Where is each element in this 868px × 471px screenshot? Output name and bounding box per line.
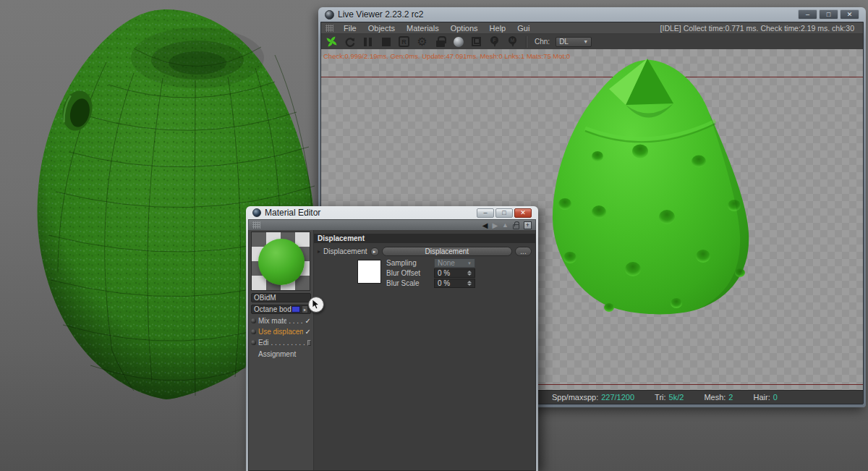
shader-type-field[interactable]: Octane bod ▸	[251, 305, 311, 314]
menu-objects[interactable]: Objects	[362, 24, 401, 33]
material-channel-panel: OBidM Octane bod ▸ Mix materials . . . .…	[249, 230, 314, 470]
close-button[interactable]: ✕	[514, 208, 532, 218]
material-editor-title: Material Editor	[265, 208, 320, 218]
chevron-down-icon: ▼	[583, 39, 588, 44]
channel-bullet-icon	[251, 340, 256, 345]
spp-label: Spp/maxspp:	[552, 393, 598, 402]
idle-status-text: [IDLE] Collect time:0.771 ms. Check time…	[660, 24, 859, 33]
menu-help[interactable]: Help	[484, 24, 512, 33]
channel-editor[interactable]: Editor . . . . . . . . .	[251, 339, 311, 347]
menu-file[interactable]: File	[338, 24, 362, 33]
close-button[interactable]: ✕	[840, 9, 859, 20]
channel-assignment[interactable]: Assignment	[258, 350, 311, 358]
more-options-button[interactable]: ...	[515, 247, 532, 256]
render-region-r-icon[interactable]: R	[398, 35, 410, 48]
sampling-dropdown[interactable]: None ▼	[434, 258, 475, 268]
channel-bullet-icon	[251, 318, 256, 323]
stepper-icon[interactable]	[467, 271, 472, 276]
channel-label: Chn:	[535, 38, 550, 46]
checkmark-icon[interactable]: ✓	[305, 328, 311, 336]
hair-value: 0	[773, 393, 778, 402]
blur-offset-label: Blur Offset	[386, 269, 434, 277]
nav-forward-icon[interactable]: ▶	[492, 221, 498, 229]
add-icon[interactable]: +	[524, 221, 532, 229]
mesh-label: Mesh:	[704, 393, 726, 402]
live-viewer-titlebar[interactable]: Live Viewer 2.23.2 rc2 – □ ✕	[320, 7, 864, 22]
stop-render-icon[interactable]	[380, 35, 392, 48]
material-name-field[interactable]: OBidM	[251, 293, 311, 302]
channel-use-displacement[interactable]: Use displacement ✓	[251, 328, 311, 336]
mouse-cursor	[308, 297, 324, 313]
maximize-button[interactable]: □	[819, 9, 838, 20]
blur-scale-input[interactable]: 0 %	[434, 279, 475, 288]
settings-gear-icon[interactable]: ⚙	[416, 35, 428, 48]
displacement-panel: Displacement ▸ Displacement ▸ Displaceme…	[314, 230, 535, 470]
blur-offset-input[interactable]: 0 %	[434, 268, 475, 278]
toolbar-separator	[526, 36, 527, 48]
material-preview[interactable]	[251, 232, 310, 291]
octane-render-icon[interactable]	[326, 35, 338, 48]
shader-color-swatch[interactable]	[292, 306, 300, 313]
spp-value: 227/1200	[601, 393, 634, 402]
menu-gui[interactable]: Gui	[511, 24, 535, 33]
texture-swatch[interactable]	[357, 260, 381, 284]
checkmark-icon[interactable]: ✓	[305, 317, 311, 325]
pick-material-icon[interactable]: M	[506, 35, 519, 48]
displacement-header: Displacement	[314, 234, 535, 243]
mesh-value: 2	[728, 393, 733, 402]
live-viewer-title: Live Viewer 2.23.2 rc2	[338, 9, 424, 20]
checkbox-empty-icon[interactable]	[307, 340, 311, 346]
pause-render-icon[interactable]	[362, 35, 374, 48]
shader-link-icon[interactable]: ▸	[370, 247, 379, 256]
minimize-button[interactable]: –	[798, 9, 817, 20]
stepper-icon[interactable]	[467, 281, 472, 286]
maximize-button[interactable]: □	[495, 208, 513, 218]
chevron-down-icon: ▼	[467, 261, 472, 266]
tri-value: 5k/2	[669, 393, 684, 402]
channel-mix-materials[interactable]: Mix materials . . . . ✓	[251, 317, 311, 325]
material-editor-window: Material Editor – □ ✕ ◀ ▶ ▲ + OBidM Octa…	[246, 206, 538, 471]
displacement-node-button[interactable]: Displacement	[382, 247, 512, 256]
hair-label: Hair:	[753, 393, 770, 402]
menu-options[interactable]: Options	[445, 24, 484, 33]
blur-scale-label: Blur Scale	[386, 279, 434, 287]
channel-dropdown[interactable]: DL ▼	[556, 37, 592, 47]
material-editor-toolbar: ◀ ▶ ▲ +	[248, 219, 536, 230]
render-stats-overlay: Check:0.999/2.19ms. Gen:0ms. Update:47.0…	[323, 52, 570, 60]
rendered-object	[540, 56, 762, 321]
menubar-grip-icon[interactable]	[326, 25, 333, 32]
picture-viewer-icon[interactable]	[470, 35, 482, 48]
material-ball-icon[interactable]	[452, 35, 464, 48]
displacement-row-label: Displacement	[323, 247, 367, 255]
channel-bullet-icon	[251, 329, 256, 334]
nav-up-icon[interactable]: ▲	[502, 221, 509, 229]
collapse-triangle-icon[interactable]: ▸	[318, 248, 320, 255]
lock-icon[interactable]	[513, 224, 519, 229]
minimize-button[interactable]: –	[477, 208, 494, 218]
live-viewer-menubar: File Objects Materials Options Help Gui …	[321, 22, 863, 34]
cursor-circle-icon	[308, 297, 324, 313]
material-editor-titlebar[interactable]: Material Editor – □ ✕	[248, 206, 536, 219]
live-viewer-toolbar: R ⚙ F M Chn: DL ▼	[321, 34, 863, 49]
preview-sphere	[258, 239, 305, 285]
pick-focus-icon[interactable]: F	[488, 35, 501, 48]
restart-render-icon[interactable]	[344, 35, 356, 48]
c4d-app-icon	[252, 208, 261, 217]
shader-expand-icon[interactable]: ▸	[302, 305, 308, 313]
nav-back-icon[interactable]: ◀	[482, 221, 488, 229]
sampling-label: Sampling	[386, 259, 434, 267]
octane-app-icon	[325, 10, 334, 20]
lock-resolution-icon[interactable]	[434, 35, 446, 48]
tri-label: Tri:	[655, 393, 665, 402]
desktop: { "live_viewer": { "title": "Live Viewer…	[0, 0, 868, 471]
menu-materials[interactable]: Materials	[401, 24, 445, 33]
toolbar-grip-icon[interactable]	[252, 221, 260, 229]
